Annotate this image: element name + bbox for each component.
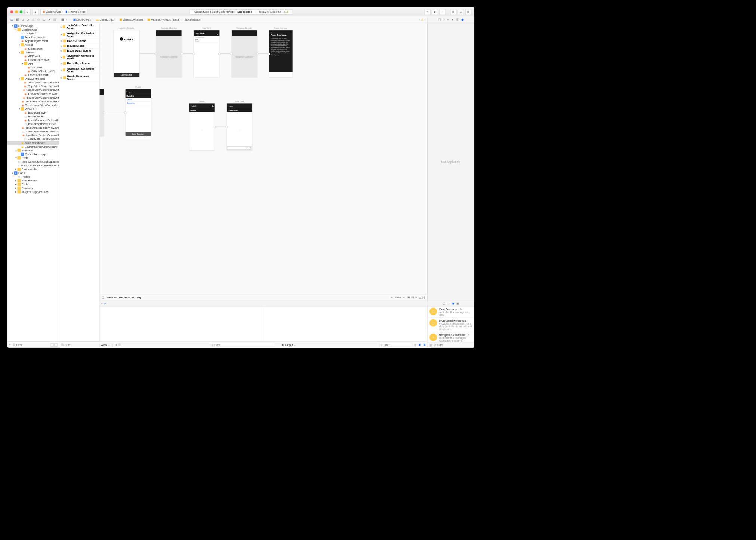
tree-item[interactable]: RepoViewController.swift xyxy=(7,84,59,88)
tree-item[interactable]: IssueCommentCell.swift xyxy=(7,118,59,122)
console-filter-input[interactable] xyxy=(383,343,416,346)
tree-item[interactable]: IssueCommentCell.xib xyxy=(7,122,59,126)
library-item[interactable]: □View Controller - A controller that man… xyxy=(428,306,474,318)
run-button[interactable] xyxy=(24,9,30,15)
tree-item[interactable]: LoadMoreFooterView.xib xyxy=(7,137,59,141)
source-control-tab[interactable]: ◧ xyxy=(16,18,19,21)
outline-toggle-button[interactable]: ▢ xyxy=(102,296,104,299)
outline-filter-input[interactable] xyxy=(65,343,98,346)
tree-item[interactable]: GithubRouter.swift xyxy=(7,69,59,73)
jump-bar-path[interactable]: ▣ CodeKitApp ▬ CodeKitApp ▣ Main.storybo… xyxy=(73,18,201,21)
tree-item[interactable]: IssueCell.xib xyxy=(7,114,59,118)
tree-item[interactable]: Podfile xyxy=(7,175,59,178)
debug-navigator-tab[interactable]: ▭ xyxy=(43,18,45,21)
tree-item[interactable]: ▶Frameworks xyxy=(7,178,59,182)
activity-view[interactable]: CodeKitApp | Build CodeKitApp: Succeeded… xyxy=(189,9,293,15)
related-items-button[interactable]: ▦ xyxy=(61,18,64,21)
zoom-window-button[interactable] xyxy=(20,10,23,13)
view-as-selector[interactable]: View as: iPhone 8 (wC hR) xyxy=(107,296,388,299)
zoom-out-button[interactable]: − xyxy=(391,296,392,299)
outline-scene[interactable]: ▶Book Mark Scene xyxy=(59,61,99,66)
media-library-tab[interactable]: ▣ xyxy=(456,302,459,305)
scheme-selector[interactable]: ◆ CodeKitApp 〉 ▮ iPhone 8 Plus xyxy=(40,9,88,14)
tree-item[interactable]: IssueDetailHeaderView.swift xyxy=(7,126,59,129)
scene-issue-detail[interactable]: Issue Detail Issues Issue Detail ◌ Send xyxy=(227,103,252,150)
library-filter-input[interactable] xyxy=(437,344,473,347)
tree-item[interactable]: IssuesViewController.swift xyxy=(7,96,59,99)
stop-button[interactable] xyxy=(33,9,39,15)
library-item[interactable]: ‹Navigation Controller - A controller th… xyxy=(428,332,474,342)
tree-item[interactable]: CreateIssueViewController.swift xyxy=(7,103,59,107)
tree-item[interactable]: Info.plist xyxy=(7,31,59,35)
tree-item[interactable]: IssueCell.swift xyxy=(7,111,59,114)
tree-item[interactable]: ReposViewController.swift xyxy=(7,88,59,92)
tree-item[interactable]: Assets.xcassets xyxy=(7,35,59,39)
stack-button[interactable]: |◦| xyxy=(422,296,425,299)
project-tree[interactable]: ▼CodeKitApp▼CodeKitAppInfo.plistAssets.x… xyxy=(7,23,59,342)
quicklook-icon[interactable]: ◉ xyxy=(115,343,117,346)
tree-item[interactable]: Pods-CodeKitApp.release.xcconfig xyxy=(7,163,59,167)
tree-item[interactable]: ▼Model xyxy=(7,43,59,47)
outline-scene[interactable]: ▶Navigation Controller Scene xyxy=(59,53,99,61)
outline-scene[interactable]: ▶Create New Issue Scene xyxy=(59,74,99,82)
show-console-button[interactable]: ◨ xyxy=(423,343,425,346)
toggle-navigator-button[interactable]: ▥ xyxy=(450,9,456,15)
trash-icon[interactable]: 🗑 xyxy=(414,343,417,346)
file-template-tab[interactable]: ▢ xyxy=(443,302,445,305)
jump-bar[interactable]: ▦ ‹ › ▣ CodeKitApp ▬ CodeKitApp ▣ Main.s… xyxy=(59,16,427,23)
scene-codekit[interactable]: CodeKit Logout CodeKit Owner Repository … xyxy=(125,89,151,136)
tree-item[interactable]: API.swift xyxy=(7,65,59,69)
code-snippet-tab[interactable]: {} xyxy=(448,302,450,305)
outline-scene[interactable]: ▶Issues Scene xyxy=(59,43,99,48)
connections-inspector-tab[interactable]: ◉ xyxy=(461,18,463,21)
tree-item[interactable]: LaunchScreen.storyboard xyxy=(7,145,59,148)
forward-button[interactable]: › xyxy=(68,18,71,22)
tree-item[interactable]: ▼Pods xyxy=(7,171,59,175)
tree-item[interactable]: ▶Frameworks xyxy=(7,167,59,171)
show-variables-button[interactable]: ◧ xyxy=(419,343,421,346)
find-navigator-tab[interactable]: Q xyxy=(27,18,29,21)
tree-item[interactable]: Model.swift xyxy=(7,47,59,50)
align-button[interactable]: ⊟ xyxy=(411,296,414,299)
auto-scope-selector[interactable]: Auto xyxy=(101,343,107,346)
minimize-window-button[interactable] xyxy=(15,10,18,13)
project-navigator-tab[interactable]: ▭ xyxy=(10,18,13,21)
toggle-inspector-button[interactable]: ▥ xyxy=(465,9,471,15)
tree-item[interactable]: CodeKitApp.app xyxy=(7,152,59,156)
back-button[interactable]: ‹ xyxy=(65,18,68,22)
scene-issues[interactable]: Issues CodeKit ✎ Issues ◌ xyxy=(189,103,215,150)
breakpoint-button[interactable]: ➤ xyxy=(104,302,106,305)
tree-item[interactable]: ▼CodeKitApp xyxy=(7,28,59,31)
recent-filter-button[interactable] xyxy=(50,343,54,346)
version-editor-button[interactable]: ↔ xyxy=(440,9,446,15)
library-item[interactable]: ◌Storyboard Reference - Provides a place… xyxy=(428,318,474,332)
tree-item[interactable]: APP.swift xyxy=(7,54,59,58)
tree-item[interactable]: IssueDetailViewController.swift xyxy=(7,99,59,103)
tree-item[interactable]: ▶Pods xyxy=(7,182,59,186)
prev-issue-button[interactable]: ‹ xyxy=(419,18,420,21)
symbol-navigator-tab[interactable]: ⧉ xyxy=(22,18,24,21)
tree-item[interactable]: LoginViewController.swift xyxy=(7,80,59,84)
toggle-debug-button[interactable]: ▭ xyxy=(458,9,464,15)
identity-inspector-tab[interactable]: ≡ xyxy=(447,18,449,21)
scene-nav1[interactable]: Navigation Controller Navigation Control… xyxy=(156,30,182,77)
file-inspector-tab[interactable]: ▢ xyxy=(438,18,441,21)
tree-item[interactable]: ▼CodeKitApp xyxy=(7,24,59,28)
scene-bookmark[interactable]: Book Mark Book Mark ✕ Prototype Cells Ti… xyxy=(194,30,220,77)
tree-item[interactable]: ▼Products xyxy=(7,148,59,152)
standard-editor-button[interactable]: ≡ xyxy=(424,9,430,15)
outline-scene[interactable]: ▶Login View Controller Scene xyxy=(59,23,99,31)
next-issue-button[interactable]: › xyxy=(424,18,425,21)
variables-view[interactable] xyxy=(100,306,263,341)
warnings-badge[interactable]: ⚠ 3 xyxy=(284,10,288,13)
tree-item[interactable]: AppDelegate.swift xyxy=(7,39,59,43)
test-navigator-tab[interactable]: ◇ xyxy=(37,18,40,21)
scm-filter-button[interactable] xyxy=(54,343,58,346)
tree-item[interactable]: ▼Utilities xyxy=(7,50,59,54)
storyboard-canvas[interactable]: Login View Controller CodeKit Login to G… xyxy=(100,23,427,294)
navigator-filter-input[interactable] xyxy=(16,343,49,346)
tree-item[interactable]: Extensions.swift xyxy=(7,73,59,77)
embed-button[interactable]: ⊞ xyxy=(407,296,410,299)
quick-help-tab[interactable]: ? xyxy=(443,18,445,21)
assistant-editor-button[interactable]: ◐ xyxy=(432,9,438,15)
